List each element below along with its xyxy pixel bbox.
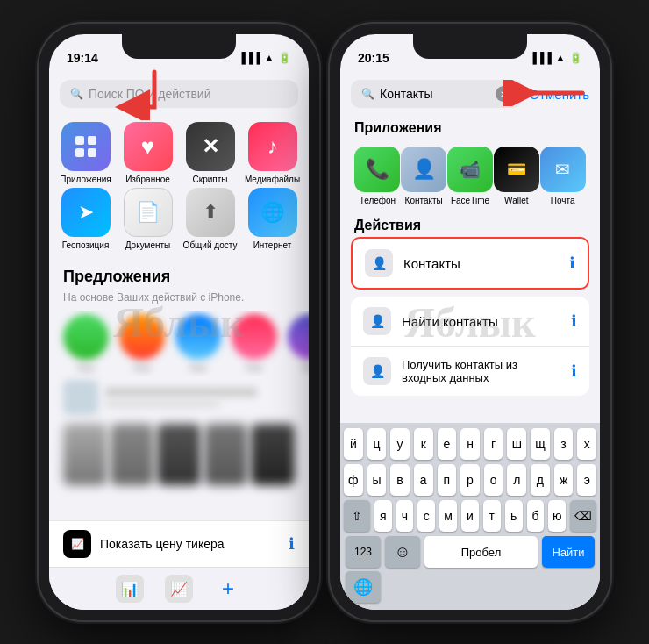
actions-list: 👤 Найти контакты ℹ 👤 Получить контакты и… bbox=[351, 297, 589, 396]
info-icon-action0[interactable]: ℹ bbox=[569, 254, 575, 273]
key-shift[interactable]: ⇧ bbox=[344, 500, 370, 532]
key-а[interactable]: а bbox=[414, 464, 433, 496]
key-ж[interactable]: ж bbox=[554, 464, 574, 496]
key-д[interactable]: д bbox=[531, 464, 550, 496]
media-icon: ♪ bbox=[248, 122, 297, 171]
key-globe[interactable]: 🌐 bbox=[346, 571, 381, 603]
key-б[interactable]: б bbox=[527, 500, 545, 532]
keyboard-row3: ⇧ я ч с м и т ь б ю ⌫ bbox=[344, 500, 596, 532]
toolbar-chart1-btn[interactable]: 📊 bbox=[116, 575, 144, 603]
key-delete[interactable]: ⌫ bbox=[570, 500, 596, 532]
app-label-phone: Телефон bbox=[360, 196, 396, 205]
key-ш[interactable]: ш bbox=[507, 428, 526, 460]
action-contacts-icon: 👤 bbox=[365, 249, 393, 277]
key-ц[interactable]: ц bbox=[367, 428, 387, 460]
key-щ[interactable]: щ bbox=[531, 428, 550, 460]
blurred-text-1 bbox=[105, 388, 295, 407]
app-facetime[interactable]: 📹 FaceTime bbox=[447, 147, 493, 205]
app-label-share: Общий досту bbox=[183, 240, 238, 250]
key-я[interactable]: я bbox=[374, 500, 392, 532]
key-п[interactable]: п bbox=[438, 464, 457, 496]
action-find-contacts[interactable]: 👤 Найти контакты ℹ bbox=[351, 297, 589, 347]
avatar-name-5: Имя bbox=[302, 363, 309, 373]
info-icon-phone1[interactable]: ℹ bbox=[289, 534, 295, 554]
info-icon-action1[interactable]: ℹ bbox=[571, 311, 577, 331]
search-icon: 🔍 bbox=[70, 88, 83, 100]
app-label-contacts: Контакты bbox=[405, 196, 443, 205]
app-wallet[interactable]: 💳 Wallet bbox=[494, 147, 539, 205]
key-н[interactable]: н bbox=[460, 428, 480, 460]
key-э[interactable]: э bbox=[577, 464, 596, 496]
phone1-bottom-action[interactable]: 📈 Показать цену тикера ℹ bbox=[49, 520, 309, 567]
key-ф[interactable]: ф bbox=[344, 464, 363, 496]
app-item-apps[interactable]: Приложения bbox=[56, 122, 115, 184]
key-р[interactable]: р bbox=[460, 464, 480, 496]
phone1-content: 🔍 Поиск ПО и действий bbox=[49, 73, 309, 610]
toolbar-add-btn[interactable]: + bbox=[214, 575, 242, 603]
avatar-3: Имя bbox=[175, 314, 221, 373]
phone2-search-value: Контакты bbox=[380, 87, 490, 101]
clear-search-btn[interactable]: ✕ bbox=[496, 86, 511, 102]
key-й[interactable]: й bbox=[344, 428, 363, 460]
avatar-circle-2 bbox=[119, 314, 165, 360]
phone2-screen: 20:15 ▐▐▐ ▲ 🔋 🔍 Контакты ✕ Отменить bbox=[340, 34, 600, 610]
app-item-docs[interactable]: 📄 Документы bbox=[118, 188, 177, 250]
app-item-favorites[interactable]: ♥ Избранное bbox=[118, 122, 177, 184]
key-space[interactable]: Пробел bbox=[424, 536, 538, 568]
app-item-geo[interactable]: ➤ Геопозиция bbox=[56, 188, 115, 250]
toolbar-chart2-btn[interactable]: 📈 bbox=[165, 575, 193, 603]
spacer2 bbox=[340, 396, 600, 423]
blurred-img-1 bbox=[63, 424, 107, 485]
action-get-contacts[interactable]: 👤 Получить контакты из входных данных ℹ bbox=[351, 347, 589, 396]
key-з[interactable]: з bbox=[554, 428, 574, 460]
app-item-share[interactable]: ⬆ Общий досту bbox=[181, 188, 239, 250]
key-с[interactable]: с bbox=[417, 500, 435, 532]
key-ю[interactable]: ю bbox=[548, 500, 566, 532]
info-icon-action2[interactable]: ℹ bbox=[571, 361, 577, 381]
action-contacts-highlighted[interactable]: 👤 Контакты ℹ bbox=[353, 239, 588, 288]
app-contacts[interactable]: 👤 Контакты bbox=[401, 147, 446, 205]
app-item-scripts[interactable]: ✕ Скрипты bbox=[181, 122, 239, 184]
blurred-images-row bbox=[49, 419, 309, 490]
avatar-circle-1 bbox=[63, 314, 109, 360]
phone2-apps-row: 📞 Телефон 👤 Контакты 📹 F bbox=[340, 140, 600, 212]
key-г[interactable]: г bbox=[484, 428, 503, 460]
spacer1 bbox=[49, 490, 309, 520]
key-search[interactable]: Найти bbox=[542, 536, 595, 568]
app-item-media[interactable]: ♪ Медиафайлы bbox=[243, 122, 302, 184]
phone2-search-bar[interactable]: 🔍 Контакты ✕ bbox=[351, 80, 522, 108]
key-о[interactable]: о bbox=[484, 464, 503, 496]
svg-rect-1 bbox=[75, 136, 84, 145]
key-к[interactable]: к bbox=[414, 428, 433, 460]
key-и[interactable]: и bbox=[461, 500, 479, 532]
action-get-icon: 👤 bbox=[363, 357, 391, 385]
key-в[interactable]: в bbox=[390, 464, 410, 496]
key-у[interactable]: у bbox=[390, 428, 410, 460]
signal-icon-2: ▐▐▐ bbox=[530, 52, 553, 64]
search-icon-2: 🔍 bbox=[361, 88, 374, 100]
key-х[interactable]: х bbox=[577, 428, 596, 460]
app-item-internet[interactable]: 🌐 Интернет bbox=[243, 188, 302, 250]
key-т[interactable]: т bbox=[483, 500, 501, 532]
avatar-4: Имя bbox=[232, 314, 277, 373]
key-ч[interactable]: ч bbox=[396, 500, 414, 532]
avatar-circle-4 bbox=[232, 314, 277, 360]
app-mail[interactable]: ✉ Почта bbox=[540, 147, 586, 205]
key-ь[interactable]: ь bbox=[505, 500, 523, 532]
cancel-button[interactable]: Отменить bbox=[529, 87, 589, 102]
blurred-thumb-1 bbox=[63, 380, 98, 415]
keyboard-bottom-row: 123 ☺ Пробел Найти bbox=[344, 536, 596, 568]
key-ы[interactable]: ы bbox=[367, 464, 387, 496]
key-е[interactable]: е bbox=[438, 428, 457, 460]
contacts-app-icon: 👤 bbox=[401, 147, 446, 192]
app-label-mail: Почта bbox=[551, 196, 575, 205]
phone1-screen: 19:14 ▐▐▐ ▲ 🔋 🔍 Поиск ПО и действий bbox=[49, 34, 309, 610]
battery-icon: 🔋 bbox=[278, 52, 291, 64]
key-123[interactable]: 123 bbox=[346, 536, 381, 568]
phone2-time: 20:15 bbox=[358, 51, 389, 65]
app-phone[interactable]: 📞 Телефон bbox=[354, 147, 400, 205]
key-emoji[interactable]: ☺ bbox=[385, 536, 420, 568]
key-м[interactable]: м bbox=[439, 500, 457, 532]
phone1-search-bar[interactable]: 🔍 Поиск ПО и действий bbox=[60, 80, 298, 108]
key-л[interactable]: л bbox=[507, 464, 526, 496]
